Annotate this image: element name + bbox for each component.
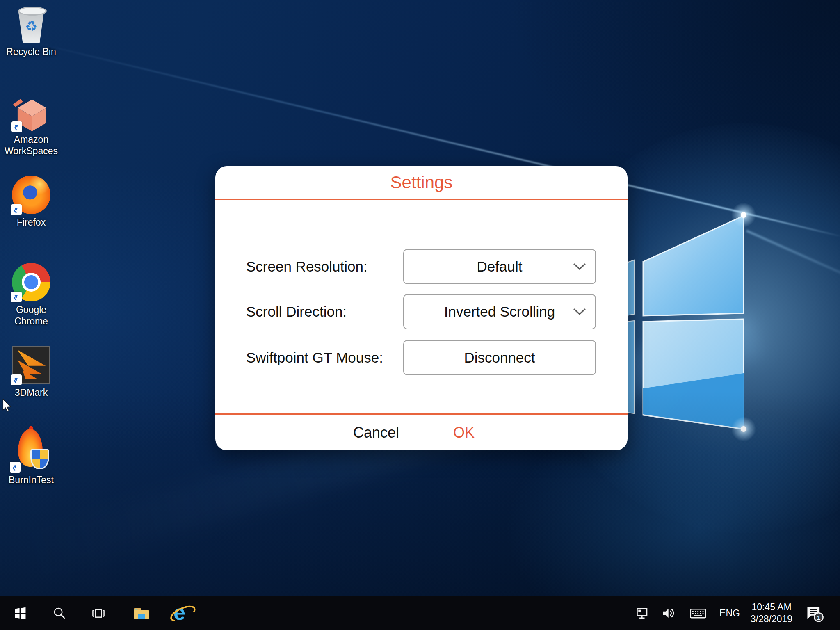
shortcut-arrow-icon [11, 374, 22, 385]
shortcut-arrow-icon [11, 204, 22, 215]
scroll-direction-label: Scroll Direction: [246, 304, 347, 320]
swiftpoint-mouse-label: Swiftpoint GT Mouse: [246, 349, 383, 366]
desktop-icon-google-chrome[interactable]: GoogleChrome [0, 263, 62, 327]
ok-button[interactable]: OK [447, 422, 480, 444]
screen-resolution-value: Default [477, 258, 523, 275]
desktop-screen: ♻ Recycle Bin AmazonWorkSpaces Fi [0, 0, 840, 630]
search-icon [52, 606, 66, 620]
shortcut-arrow-icon [10, 462, 21, 472]
touch-keyboard-tray-button[interactable] [686, 596, 710, 630]
settings-dialog: Settings Screen Resolution: Default Scro… [215, 166, 628, 450]
action-center-button[interactable]: 1 [801, 596, 827, 630]
3dmark-icon [12, 346, 50, 384]
chevron-down-icon [573, 263, 586, 270]
icon-label: Recycle Bin [6, 46, 56, 57]
desktop-icon-firefox[interactable]: Firefox [0, 176, 62, 228]
windows-start-icon [13, 606, 27, 620]
internet-explorer-icon: e [170, 602, 193, 625]
mouse-cursor [1, 399, 13, 413]
clock-tray-button[interactable]: 10:45 AM 3/28/2019 [746, 596, 797, 630]
language-indicator[interactable]: ENG [717, 596, 742, 630]
tray-time: 10:45 AM [751, 601, 791, 613]
volume-tray-button[interactable] [657, 596, 680, 630]
task-view-icon [91, 606, 106, 620]
notification-count-badge: 1 [817, 614, 821, 621]
google-chrome-icon [12, 263, 50, 301]
desktop-icon-recycle-bin[interactable]: ♻ Recycle Bin [0, 8, 62, 57]
disconnect-button-label: Disconnect [464, 349, 535, 366]
swiftpoint-mouse-row: Swiftpoint GT Mouse: Disconnect [215, 340, 628, 375]
icon-label: GoogleChrome [14, 304, 48, 327]
network-tray-button[interactable] [631, 596, 654, 630]
disconnect-button[interactable]: Disconnect [403, 340, 596, 375]
file-explorer-icon [133, 606, 150, 620]
screen-resolution-label: Screen Resolution: [246, 258, 368, 275]
search-button[interactable] [48, 596, 71, 630]
show-desktop-divider[interactable] [837, 602, 837, 624]
taskbar: e E [0, 596, 840, 630]
task-view-button[interactable] [87, 596, 110, 630]
dialog-footer: Cancel OK [215, 415, 628, 450]
icon-label: Firefox [17, 217, 46, 228]
icon-label: AmazonWorkSpaces [5, 134, 58, 157]
screen-resolution-dropdown[interactable]: Default [403, 249, 596, 284]
tray-date: 3/28/2019 [751, 613, 792, 625]
recycle-symbol-icon: ♻ [16, 18, 47, 34]
chevron-down-icon [573, 308, 586, 315]
start-button[interactable] [9, 596, 32, 630]
desktop-icon-burnintest[interactable]: BurnInTest [0, 429, 62, 486]
icon-label: 3DMark [15, 387, 48, 398]
desktop-icon-amazon-workspaces[interactable]: AmazonWorkSpaces [0, 94, 62, 157]
action-center-icon: 1 [804, 604, 824, 623]
cancel-button[interactable]: Cancel [347, 422, 405, 444]
uac-shield-icon [30, 449, 49, 469]
desktop-icon-3dmark[interactable]: 3DMark [0, 346, 62, 398]
scroll-direction-row: Scroll Direction: Inverted Scrolling [215, 294, 628, 329]
network-icon [635, 606, 650, 621]
screen-resolution-row: Screen Resolution: Default [215, 249, 628, 284]
recycle-bin-icon: ♻ [16, 8, 47, 43]
burnintest-icon [11, 429, 52, 472]
scroll-direction-dropdown[interactable]: Inverted Scrolling [403, 294, 596, 329]
volume-icon [661, 606, 676, 621]
dialog-header: Settings [215, 166, 628, 200]
firefox-icon [12, 176, 50, 214]
scroll-direction-value: Inverted Scrolling [444, 304, 555, 320]
icon-label: BurnInTest [9, 474, 54, 486]
amazon-workspaces-icon [12, 94, 50, 131]
internet-explorer-button[interactable]: e [169, 596, 194, 630]
shortcut-arrow-icon [11, 292, 22, 302]
touch-keyboard-icon [689, 606, 707, 620]
dialog-title: Settings [390, 173, 453, 192]
file-explorer-button[interactable] [129, 596, 154, 630]
shortcut-arrow-icon [11, 121, 22, 132]
